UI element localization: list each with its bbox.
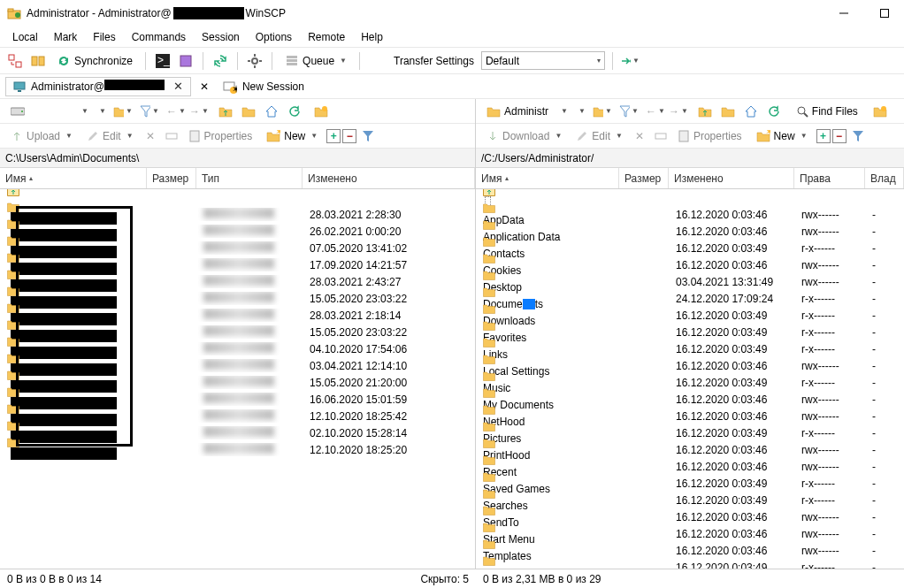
- transfer-settings-label: Transfer Settings: [394, 55, 474, 67]
- svg-rect-29: [166, 134, 177, 139]
- session-tab[interactable]: Administrator@ ✕: [5, 77, 191, 96]
- close-all-icon[interactable]: ✕: [200, 80, 209, 93]
- transfer-settings-select[interactable]: Default▾: [481, 51, 605, 70]
- menu-commands[interactable]: Commands: [125, 29, 193, 45]
- svg-rect-18: [287, 59, 297, 62]
- table-row[interactable]: Videos16.12.2020 0:03:49r-x-------: [476, 559, 904, 569]
- col-modified[interactable]: Изменено: [303, 168, 475, 188]
- col-size[interactable]: Размер: [619, 168, 669, 188]
- local-file-list[interactable]: ..28.03.2021 2:28:3026.02.2021 0:00:2007…: [0, 189, 475, 569]
- home-icon[interactable]: [741, 102, 761, 121]
- sync-icon[interactable]: [211, 51, 230, 71]
- close-tab-icon[interactable]: ✕: [173, 80, 183, 93]
- plus-icon[interactable]: +: [816, 129, 831, 143]
- synchronize-button[interactable]: Synchronize: [51, 52, 138, 70]
- minus-icon[interactable]: −: [342, 129, 356, 143]
- maximize-button[interactable]: [872, 4, 897, 22]
- redacted-host: [173, 7, 244, 19]
- menu-help[interactable]: Help: [354, 29, 390, 45]
- col-owner[interactable]: Влад: [865, 168, 904, 188]
- refresh-icon[interactable]: [764, 102, 784, 121]
- local-path[interactable]: C:\Users\Admin\Documents\: [0, 149, 475, 168]
- root-folder-icon[interactable]: [718, 102, 738, 121]
- open-folder-icon[interactable]: ▼: [113, 102, 133, 121]
- forward-icon[interactable]: →▼: [189, 102, 209, 121]
- col-size[interactable]: Размер: [147, 168, 196, 188]
- sync-browse-icon[interactable]: [5, 51, 25, 71]
- minus-icon[interactable]: −: [832, 129, 847, 143]
- remote-drive-selector[interactable]: Administr▼: [481, 103, 573, 119]
- new-session-icon: ✶: [223, 80, 237, 94]
- local-nav: ▼ ▼ ▼ ▼ ←▼ →▼: [0, 99, 475, 124]
- queue-button[interactable]: Queue▼: [280, 52, 352, 70]
- col-perm[interactable]: Права: [794, 168, 865, 188]
- svg-rect-7: [32, 57, 37, 65]
- gear-icon[interactable]: [245, 51, 264, 71]
- filter-icon[interactable]: ▼: [140, 102, 159, 121]
- delete-icon[interactable]: ✕: [141, 126, 160, 146]
- svg-rect-30: [190, 131, 199, 141]
- bookmark-icon[interactable]: [870, 102, 890, 121]
- svg-point-2: [15, 12, 20, 18]
- parent-folder-icon[interactable]: [695, 102, 715, 121]
- root-folder-icon[interactable]: [239, 102, 258, 121]
- bookmark-icon[interactable]: [311, 102, 331, 121]
- table-row[interactable]: 12.10.2020 18:25:20: [0, 441, 475, 458]
- parent-folder-icon[interactable]: [216, 102, 235, 121]
- console-icon[interactable]: >_: [153, 51, 172, 71]
- menu-mark[interactable]: Mark: [47, 29, 85, 45]
- svg-text:✶: ✶: [275, 130, 280, 138]
- col-modified[interactable]: Изменено: [669, 168, 794, 188]
- col-name[interactable]: Имя▴: [0, 168, 147, 188]
- menu-local[interactable]: Local: [5, 29, 45, 45]
- back-icon[interactable]: ←▼: [166, 102, 186, 121]
- minimize-button[interactable]: [831, 4, 856, 22]
- menu-options[interactable]: Options: [249, 29, 299, 45]
- col-type[interactable]: Тип: [196, 168, 303, 188]
- refresh-icon[interactable]: [285, 102, 304, 121]
- titlebar: Administrator - Administrator@ WinSCP: [0, 0, 904, 27]
- svg-rect-11: [180, 56, 191, 66]
- svg-point-12: [252, 58, 257, 64]
- remote-file-list[interactable]: AppData16.12.2020 0:03:46rwx-------Appli…: [476, 189, 904, 569]
- compare-icon[interactable]: [28, 51, 48, 71]
- rename-icon[interactable]: [162, 126, 181, 146]
- new-button[interactable]: ✶New▼: [261, 128, 323, 144]
- local-actions: Upload▼ Edit▼ ✕ Properties ✶New▼ + −: [0, 124, 475, 149]
- delete-icon[interactable]: ✕: [630, 126, 649, 146]
- menu-files[interactable]: Files: [86, 29, 122, 45]
- statusbar: 0 B из 0 B в 0 из 14 Скрыто: 5 0 B из 2,…: [0, 569, 904, 588]
- svg-text:✶: ✶: [232, 83, 237, 94]
- winscp-icon: [7, 6, 21, 20]
- find-files-button[interactable]: Find Files: [791, 103, 863, 119]
- edit-button[interactable]: Edit▼: [81, 128, 139, 144]
- home-icon[interactable]: [262, 102, 281, 121]
- remote-path[interactable]: /C:/Users/Administrator/: [476, 149, 904, 168]
- forward-icon[interactable]: →▼: [669, 102, 688, 121]
- col-name[interactable]: Имя▴: [476, 168, 619, 188]
- open-folder-icon[interactable]: ▼: [593, 102, 612, 121]
- select-icon[interactable]: [358, 126, 378, 146]
- new-button[interactable]: ✶New▼: [751, 128, 813, 144]
- plus-icon[interactable]: +: [326, 129, 341, 143]
- new-session-button[interactable]: ✶ New Session: [214, 78, 313, 95]
- svg-rect-4: [881, 10, 889, 18]
- back-icon[interactable]: ←▼: [646, 102, 665, 121]
- filter-icon[interactable]: ▼: [619, 102, 639, 121]
- local-drive-selector[interactable]: ▼: [5, 104, 94, 118]
- rename-icon[interactable]: [651, 126, 670, 146]
- svg-rect-19: [287, 63, 297, 65]
- svg-line-33: [804, 113, 808, 117]
- svg-point-32: [798, 107, 805, 114]
- edit-button[interactable]: Edit▼: [571, 128, 628, 144]
- properties-button[interactable]: Properties: [183, 128, 258, 144]
- menu-remote[interactable]: Remote: [301, 29, 352, 45]
- upload-button[interactable]: Upload▼: [5, 128, 78, 144]
- menu-session[interactable]: Session: [195, 29, 247, 45]
- download-button[interactable]: Download▼: [481, 128, 567, 144]
- terminal-icon[interactable]: [176, 51, 195, 71]
- transfer-options-icon[interactable]: ▼: [620, 51, 640, 71]
- window-title: Administrator - Administrator@ WinSCP: [27, 7, 831, 19]
- select-icon[interactable]: [848, 126, 868, 146]
- properties-button[interactable]: Properties: [672, 128, 747, 144]
